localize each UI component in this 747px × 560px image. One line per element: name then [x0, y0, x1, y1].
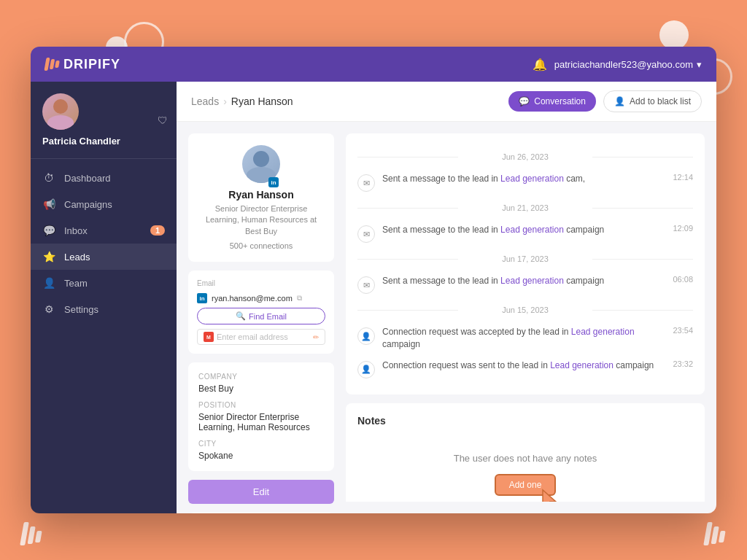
- activity-time-1: 12:14: [673, 173, 693, 182]
- linkedin-badge: in: [268, 177, 279, 187]
- user-block-icon: 👤: [614, 96, 625, 106]
- bottom-logo-left: [22, 522, 42, 545]
- content-area: Leads › Ryan Hanson 💬 Conversation 👤 Add…: [177, 82, 716, 513]
- inbox-badge: 1: [150, 225, 165, 236]
- notes-section: Notes The user does not have any notes A…: [346, 403, 705, 502]
- header-actions: 💬 Conversation 👤 Add to black list: [508, 90, 702, 112]
- sidebar-item-campaigns[interactable]: 📢 Campaigns: [31, 191, 177, 217]
- breadcrumb-parent[interactable]: Leads: [191, 96, 219, 107]
- campaign-link-2[interactable]: Lead generation: [500, 225, 564, 235]
- email-item: in ryan.hanson@me.com ⧉: [197, 293, 325, 303]
- edit-button[interactable]: Edit: [188, 480, 334, 504]
- content-body: in Ryan Hanson Senior Director Enterpris…: [177, 122, 716, 513]
- email-input-placeholder[interactable]: Enter email address: [217, 332, 310, 341]
- city-row: City Spokane: [198, 440, 324, 461]
- add-one-container: Add one: [495, 474, 557, 496]
- campaign-link-1[interactable]: Lead generation: [500, 174, 564, 184]
- sidebar-item-inbox[interactable]: 💬 Inbox 1: [31, 217, 177, 244]
- copy-icon[interactable]: ⧉: [297, 294, 302, 303]
- main-layout: Patricia Chandler 🛡 ⏱ Dashboard 📢 Campai…: [31, 82, 716, 513]
- campaigns-icon: 📢: [42, 198, 55, 210]
- leads-icon: ⭐: [42, 251, 55, 262]
- activity-text-2: Sent a message to the lead in Lead gener…: [382, 224, 665, 236]
- inbox-icon: 💬: [42, 225, 55, 236]
- sidebar-item-label: Settings: [64, 304, 98, 315]
- gmail-icon: M: [204, 332, 214, 342]
- search-icon: 🔍: [236, 311, 246, 321]
- notes-empty-text: The user does not have any notes: [454, 453, 597, 464]
- sidebar-item-settings[interactable]: ⚙ Settings: [31, 296, 177, 322]
- connection-icon-1: 👤: [357, 327, 375, 345]
- logo-stripe-2: [50, 59, 55, 69]
- sidebar-item-label: Dashboard: [64, 173, 111, 184]
- activity-section: Jun 26, 2023 ✉ Sent a message to the lea…: [346, 133, 705, 394]
- company-value: Best Buy: [198, 384, 324, 394]
- blacklist-button[interactable]: 👤 Add to black list: [603, 90, 702, 112]
- breadcrumb-current: Ryan Hanson: [231, 96, 293, 107]
- left-panel: in Ryan Hanson Senior Director Enterpris…: [188, 133, 334, 502]
- lead-title: Senior Director Enterprise Learning, Hum…: [200, 203, 322, 237]
- message-icon-3: ✉: [357, 276, 375, 294]
- date-separator-1: Jun 26, 2023: [357, 152, 693, 161]
- message-icon-1: ✉: [357, 174, 375, 192]
- company-row: Company Best Buy: [198, 373, 324, 394]
- sidebar-item-leads[interactable]: ⭐ Leads: [31, 244, 177, 270]
- activity-item-5: 👤 Connection request was sent to the lea…: [357, 355, 693, 383]
- position-row: Position Senior Director Enterprise Lear…: [198, 401, 324, 432]
- cursor-indicator: [540, 487, 563, 502]
- sidebar-item-team[interactable]: 👤 Team: [31, 270, 177, 296]
- campaign-link-4[interactable]: Lead generation: [571, 327, 635, 337]
- position-value: Senior Director Enterprise Learning, Hum…: [198, 412, 324, 432]
- sidebar: Patricia Chandler 🛡 ⏱ Dashboard 📢 Campai…: [31, 82, 177, 513]
- activity-item-4: 👤 Connection request was accepted by the…: [357, 322, 693, 355]
- campaign-link-3[interactable]: Lead generation: [500, 276, 564, 286]
- sidebar-nav: ⏱ Dashboard 📢 Campaigns 💬 Inbox 1 ⭐ Lead…: [31, 159, 177, 513]
- logo-text: DRIPIFY: [63, 57, 120, 72]
- logo-stripe-3: [55, 61, 60, 68]
- message-icon-2: ✉: [357, 225, 375, 243]
- position-label: Position: [198, 401, 324, 409]
- dashboard-icon: ⏱: [42, 172, 55, 184]
- lead-avatar-wrap: in: [242, 145, 280, 189]
- sidebar-item-label: Campaigns: [64, 199, 112, 210]
- chevron-down-icon[interactable]: ▾: [697, 59, 702, 70]
- linkedin-icon: in: [197, 293, 207, 303]
- activity-item-2: ✉ Sent a message to the lead in Lead gen…: [357, 219, 693, 247]
- shield-icon: 🛡: [158, 114, 168, 126]
- activity-item-3: ✉ Sent a message to the lead in Lead gen…: [357, 271, 693, 298]
- campaign-link-5[interactable]: Lead generation: [550, 360, 614, 370]
- email-input-row: M Enter email address ✏: [197, 329, 325, 345]
- header-right: 🔔 patriciachandler523@yahoo.com ▾: [533, 58, 702, 71]
- app-wrapper: DRIPIFY 🔔 patriciachandler523@yahoo.com …: [31, 47, 716, 513]
- notes-title: Notes: [357, 415, 693, 427]
- decor-circle-3: [659, 20, 689, 50]
- conversation-btn-label: Conversation: [534, 96, 586, 106]
- activity-text-5: Connection request was sent to the lead …: [382, 359, 665, 372]
- lead-profile-card: in Ryan Hanson Senior Director Enterpris…: [188, 133, 334, 262]
- date-separator-4: Jun 15, 2023: [357, 306, 693, 314]
- avatar: [42, 93, 79, 130]
- connection-icon-2: 👤: [357, 361, 375, 378]
- sidebar-profile: Patricia Chandler 🛡: [31, 82, 177, 159]
- company-info-section: Company Best Buy Position Senior Directo…: [188, 362, 334, 471]
- edit-pencil-icon[interactable]: ✏: [313, 333, 319, 341]
- breadcrumb: Leads › Ryan Hanson: [191, 96, 293, 107]
- activity-text-1: Sent a message to the lead in Lead gener…: [382, 173, 665, 185]
- sidebar-item-label: Leads: [64, 252, 90, 262]
- email-value: ryan.hanson@me.com: [212, 294, 293, 303]
- city-label: City: [198, 440, 324, 448]
- find-email-button[interactable]: 🔍 Find Email: [197, 308, 325, 324]
- breadcrumb-separator: ›: [223, 96, 227, 107]
- date-separator-3: Jun 17, 2023: [357, 254, 693, 263]
- company-label: Company: [198, 373, 324, 381]
- sidebar-item-dashboard[interactable]: ⏱ Dashboard: [31, 165, 177, 191]
- bell-icon[interactable]: 🔔: [533, 58, 547, 71]
- email-section: Email in ryan.hanson@me.com ⧉ 🔍 Find Ema…: [188, 271, 334, 354]
- activity-text-3: Sent a message to the lead in Lead gener…: [382, 275, 665, 287]
- conversation-icon: 💬: [519, 96, 530, 106]
- activity-time-5: 23:32: [673, 359, 693, 368]
- team-icon: 👤: [42, 277, 55, 289]
- logo-stripes: [45, 58, 59, 71]
- city-value: Spokane: [198, 451, 324, 461]
- conversation-button[interactable]: 💬 Conversation: [508, 91, 596, 112]
